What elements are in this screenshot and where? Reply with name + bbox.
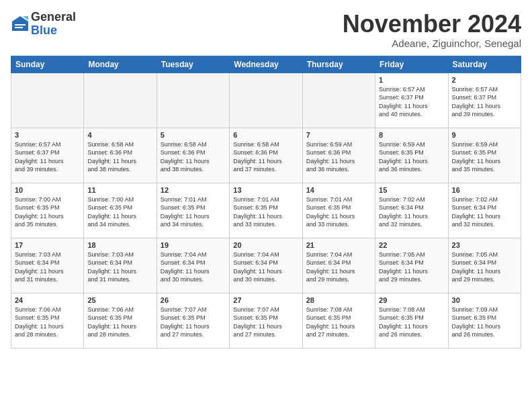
- day-number: 2: [452, 76, 517, 84]
- day-info: Sunrise: 7:05 AM Sunset: 6:34 PM Dayligh…: [452, 250, 517, 284]
- day-number: 29: [379, 296, 444, 304]
- table-row: 25Sunrise: 7:06 AM Sunset: 6:35 PM Dayli…: [84, 293, 157, 348]
- day-number: 7: [306, 131, 371, 139]
- table-row: 30Sunrise: 7:09 AM Sunset: 6:35 PM Dayli…: [448, 293, 521, 348]
- day-number: 27: [233, 296, 298, 304]
- table-row: 21Sunrise: 7:04 AM Sunset: 6:34 PM Dayli…: [302, 238, 375, 293]
- day-info: Sunrise: 7:01 AM Sunset: 6:35 PM Dayligh…: [233, 195, 298, 229]
- table-row: 27Sunrise: 7:07 AM Sunset: 6:35 PM Dayli…: [230, 293, 302, 348]
- day-number: 18: [87, 241, 152, 249]
- calendar-week-row: 10Sunrise: 7:00 AM Sunset: 6:35 PM Dayli…: [11, 183, 521, 238]
- day-info: Sunrise: 6:59 AM Sunset: 6:35 PM Dayligh…: [379, 140, 444, 174]
- day-info: Sunrise: 6:58 AM Sunset: 6:36 PM Dayligh…: [87, 140, 152, 174]
- table-row: 7Sunrise: 6:59 AM Sunset: 6:36 PM Daylig…: [302, 128, 375, 183]
- month-title: November 2024: [343, 11, 521, 38]
- day-number: 24: [15, 296, 80, 304]
- weekday-tuesday: Tuesday: [157, 56, 229, 73]
- weekday-sunday: Sunday: [11, 56, 84, 73]
- weekday-friday: Friday: [375, 56, 448, 73]
- day-info: Sunrise: 7:04 AM Sunset: 6:34 PM Dayligh…: [161, 250, 226, 284]
- table-row: 18Sunrise: 7:03 AM Sunset: 6:34 PM Dayli…: [84, 238, 157, 293]
- day-number: 6: [233, 131, 298, 139]
- day-info: Sunrise: 7:08 AM Sunset: 6:35 PM Dayligh…: [306, 306, 371, 339]
- table-row: 28Sunrise: 7:08 AM Sunset: 6:35 PM Dayli…: [302, 293, 375, 348]
- day-number: 10: [15, 186, 80, 194]
- table-row: 5Sunrise: 6:58 AM Sunset: 6:36 PM Daylig…: [157, 128, 229, 183]
- table-row: 17Sunrise: 7:03 AM Sunset: 6:34 PM Dayli…: [11, 238, 84, 293]
- day-info: Sunrise: 7:02 AM Sunset: 6:34 PM Dayligh…: [452, 195, 517, 229]
- day-number: 30: [452, 296, 517, 304]
- table-row: 23Sunrise: 7:05 AM Sunset: 6:34 PM Dayli…: [448, 238, 521, 293]
- table-row: [302, 73, 375, 128]
- day-number: 13: [233, 186, 298, 194]
- day-info: Sunrise: 7:06 AM Sunset: 6:35 PM Dayligh…: [15, 306, 80, 339]
- day-info: Sunrise: 7:03 AM Sunset: 6:34 PM Dayligh…: [15, 250, 80, 284]
- day-info: Sunrise: 7:05 AM Sunset: 6:34 PM Dayligh…: [379, 250, 444, 284]
- weekday-header-row: Sunday Monday Tuesday Wednesday Thursday…: [11, 56, 521, 73]
- table-row: 24Sunrise: 7:06 AM Sunset: 6:35 PM Dayli…: [11, 293, 84, 348]
- day-info: Sunrise: 6:59 AM Sunset: 6:35 PM Dayligh…: [452, 140, 517, 174]
- day-number: 23: [452, 241, 517, 249]
- table-row: 22Sunrise: 7:05 AM Sunset: 6:34 PM Dayli…: [375, 238, 448, 293]
- day-number: 21: [306, 241, 371, 249]
- svg-rect-2: [15, 24, 26, 26]
- table-row: 3Sunrise: 6:57 AM Sunset: 6:37 PM Daylig…: [11, 128, 84, 183]
- table-row: 19Sunrise: 7:04 AM Sunset: 6:34 PM Dayli…: [157, 238, 229, 293]
- table-row: 6Sunrise: 6:58 AM Sunset: 6:36 PM Daylig…: [230, 128, 302, 183]
- table-row: 15Sunrise: 7:02 AM Sunset: 6:34 PM Dayli…: [375, 183, 448, 238]
- day-number: 26: [161, 296, 226, 304]
- title-block: November 2024 Adeane, Ziguinchor, Senega…: [343, 11, 521, 49]
- day-info: Sunrise: 7:07 AM Sunset: 6:35 PM Dayligh…: [161, 306, 226, 339]
- day-number: 16: [452, 186, 517, 194]
- calendar-week-row: 24Sunrise: 7:06 AM Sunset: 6:35 PM Dayli…: [11, 293, 521, 348]
- calendar-week-row: 17Sunrise: 7:03 AM Sunset: 6:34 PM Dayli…: [11, 238, 521, 293]
- day-info: Sunrise: 7:07 AM Sunset: 6:35 PM Dayligh…: [233, 306, 298, 339]
- table-row: [157, 73, 229, 128]
- weekday-saturday: Saturday: [448, 56, 521, 73]
- day-info: Sunrise: 7:01 AM Sunset: 6:35 PM Dayligh…: [161, 195, 226, 229]
- table-row: 11Sunrise: 7:00 AM Sunset: 6:35 PM Dayli…: [84, 183, 157, 238]
- day-info: Sunrise: 6:57 AM Sunset: 6:37 PM Dayligh…: [379, 85, 444, 119]
- day-info: Sunrise: 7:00 AM Sunset: 6:35 PM Dayligh…: [15, 195, 80, 229]
- logo-general: General: [31, 10, 76, 24]
- svg-rect-3: [15, 27, 23, 28]
- day-number: 4: [87, 131, 152, 139]
- day-info: Sunrise: 7:03 AM Sunset: 6:34 PM Dayligh…: [87, 250, 152, 284]
- day-info: Sunrise: 7:08 AM Sunset: 6:35 PM Dayligh…: [379, 306, 444, 339]
- day-number: 28: [306, 296, 371, 304]
- day-number: 3: [15, 131, 80, 139]
- weekday-wednesday: Wednesday: [230, 56, 302, 73]
- day-info: Sunrise: 6:59 AM Sunset: 6:36 PM Dayligh…: [306, 140, 371, 174]
- day-info: Sunrise: 7:04 AM Sunset: 6:34 PM Dayligh…: [306, 250, 371, 284]
- table-row: [230, 73, 302, 128]
- location: Adeane, Ziguinchor, Senegal: [343, 38, 521, 49]
- day-number: 12: [161, 186, 226, 194]
- day-info: Sunrise: 7:00 AM Sunset: 6:35 PM Dayligh…: [87, 195, 152, 229]
- table-row: [84, 73, 157, 128]
- day-number: 25: [87, 296, 152, 304]
- table-row: 4Sunrise: 6:58 AM Sunset: 6:36 PM Daylig…: [84, 128, 157, 183]
- table-row: 14Sunrise: 7:01 AM Sunset: 6:35 PM Dayli…: [302, 183, 375, 238]
- day-number: 22: [379, 241, 444, 249]
- day-number: 8: [379, 131, 444, 139]
- header: General Blue November 2024 Adeane, Zigui…: [11, 11, 521, 49]
- table-row: 10Sunrise: 7:00 AM Sunset: 6:35 PM Dayli…: [11, 183, 84, 238]
- day-number: 20: [233, 241, 298, 249]
- day-info: Sunrise: 7:04 AM Sunset: 6:34 PM Dayligh…: [233, 250, 298, 284]
- day-number: 19: [161, 241, 226, 249]
- day-info: Sunrise: 7:06 AM Sunset: 6:35 PM Dayligh…: [87, 306, 152, 339]
- weekday-monday: Monday: [84, 56, 157, 73]
- logo-icon: [11, 15, 30, 34]
- weekday-thursday: Thursday: [302, 56, 375, 73]
- calendar: Sunday Monday Tuesday Wednesday Thursday…: [11, 56, 521, 349]
- day-number: 15: [379, 186, 444, 194]
- day-info: Sunrise: 7:01 AM Sunset: 6:35 PM Dayligh…: [306, 195, 371, 229]
- day-number: 11: [87, 186, 152, 194]
- day-info: Sunrise: 6:58 AM Sunset: 6:36 PM Dayligh…: [233, 140, 298, 174]
- day-number: 5: [161, 131, 226, 139]
- day-number: 17: [15, 241, 80, 249]
- table-row: 1Sunrise: 6:57 AM Sunset: 6:37 PM Daylig…: [375, 73, 448, 128]
- table-row: 2Sunrise: 6:57 AM Sunset: 6:37 PM Daylig…: [448, 73, 521, 128]
- table-row: 26Sunrise: 7:07 AM Sunset: 6:35 PM Dayli…: [157, 293, 229, 348]
- table-row: 16Sunrise: 7:02 AM Sunset: 6:34 PM Dayli…: [448, 183, 521, 238]
